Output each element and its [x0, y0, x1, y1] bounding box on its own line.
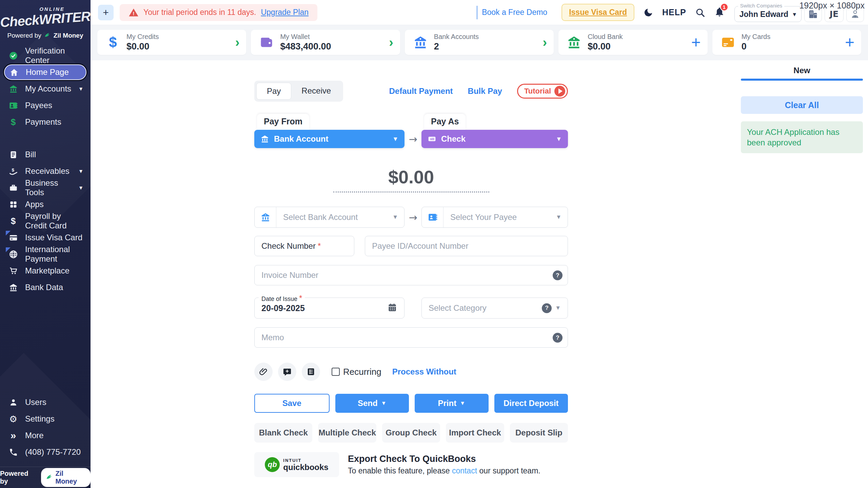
stats-band: $ My Credits$0.00 › My Wallet$483,400.00…	[91, 25, 868, 60]
help-question-icon[interactable]: ?	[553, 333, 563, 343]
comment-button[interactable]	[278, 363, 296, 381]
add-button[interactable]: +	[98, 5, 114, 20]
select-category-dropdown[interactable]: Select Category ? ▼	[421, 298, 568, 319]
pay-as-group: Pay As $ Check ▼	[421, 114, 568, 148]
chevron-down-icon: ▼	[392, 214, 398, 221]
memo-input[interactable]	[254, 327, 568, 348]
direct-deposit-button[interactable]: Direct Deposit	[494, 394, 568, 413]
multiple-check-button[interactable]: Multiple Check	[318, 423, 376, 443]
powered-by-label: Powered by	[0, 470, 37, 485]
resolution-badge: 1920px × 1080px	[799, 1, 865, 11]
sidebar-item-business-tools[interactable]: Business Tools ▾	[4, 180, 86, 196]
card-my-credits[interactable]: $ My Credits$0.00 ›	[97, 30, 246, 55]
dollar-icon: $	[8, 217, 18, 225]
hand-dollar-icon: $	[8, 167, 18, 176]
date-of-issue-input[interactable]: Date of Issue * 20-09-2025	[254, 298, 405, 319]
card-bank-accounts[interactable]: Bank Accounts2 ›	[405, 30, 554, 55]
contact-link[interactable]: contact	[452, 466, 477, 475]
chevron-right-icon[interactable]: ›	[389, 36, 393, 49]
plus-icon[interactable]: +	[845, 34, 854, 50]
dark-mode-moon-icon[interactable]	[643, 7, 653, 18]
select-bank-account-dropdown[interactable]: Select Bank Account ▼	[254, 207, 405, 228]
group-check-button[interactable]: Group Check	[382, 423, 440, 443]
arrow-right-icon: →	[405, 208, 421, 226]
upgrade-plan-link[interactable]: Upgrade Plan	[261, 8, 309, 17]
blank-check-button[interactable]: Blank Check	[254, 423, 312, 443]
pay-form: Pay Receive Default Payment Bulk Pay Tut…	[254, 60, 568, 477]
select-bank-placeholder: Select Bank Account	[283, 212, 358, 222]
deposit-slip-button[interactable]: Deposit Slip	[510, 423, 568, 443]
app-window: ONLINE CheckWRITER Powered by Zil Money …	[0, 0, 868, 488]
sidebar-item-apps[interactable]: Apps	[4, 197, 86, 212]
search-icon[interactable]	[695, 7, 705, 18]
default-payment-link[interactable]: Default Payment	[389, 86, 453, 96]
switch-companies-dropdown[interactable]: Switch Companies John Edward ▼	[734, 6, 802, 22]
building-icon	[808, 9, 818, 19]
zil-wing-icon	[44, 32, 51, 39]
process-without-link[interactable]: Process Without	[392, 367, 456, 377]
pay-as-dropdown[interactable]: $ Check ▼	[421, 130, 568, 148]
options-row: Recurring Process Without	[254, 363, 568, 381]
print-button[interactable]: Print▼	[415, 394, 489, 413]
card-cloud-bank[interactable]: Cloud Bank$0.00 +	[558, 30, 707, 55]
card-label: Cloud Bank	[588, 33, 623, 41]
sidebar-item-my-accounts[interactable]: My Accounts ▾	[4, 81, 86, 97]
chevron-right-icon[interactable]: ›	[543, 36, 547, 49]
recurring-checkbox[interactable]	[332, 368, 340, 376]
tutorial-button[interactable]: Tutorial	[517, 84, 568, 99]
check-number-input[interactable]: Check Number *	[254, 236, 354, 256]
card-my-wallet[interactable]: My Wallet$483,400.00 ›	[251, 30, 400, 55]
sidebar-item-users[interactable]: Users	[4, 394, 86, 410]
sidebar-item-marketplace[interactable]: Marketplace	[4, 263, 86, 279]
calendar-icon[interactable]	[387, 302, 397, 314]
tab-pay[interactable]: Pay	[256, 83, 291, 100]
plus-icon[interactable]: +	[691, 34, 701, 50]
chevron-right-icon[interactable]: ›	[235, 36, 240, 49]
date-category-row: Date of Issue * 20-09-2025 Select Catego…	[254, 298, 568, 319]
bulk-pay-link[interactable]: Bulk Pay	[468, 86, 502, 96]
save-button[interactable]: Save	[254, 394, 330, 413]
help-link[interactable]: HELP	[662, 7, 686, 17]
sidebar-item-payments[interactable]: $ Payments	[4, 114, 86, 130]
sidebar-item-bank-data[interactable]: Bank Data	[4, 280, 86, 295]
bank-icon	[565, 35, 583, 50]
payee-id-input[interactable]	[365, 236, 568, 256]
book-demo-link[interactable]: Book a Free Demo	[476, 6, 547, 19]
sidebar-item-payees[interactable]: Payees	[4, 98, 86, 113]
card-label: Bank Accounts	[434, 33, 479, 41]
sidebar-item-more[interactable]: » More	[4, 428, 86, 443]
amount-display[interactable]: $0.00	[254, 166, 568, 192]
required-asterisk: *	[318, 241, 321, 251]
help-question-icon[interactable]: ?	[542, 303, 552, 313]
zil-money-badge[interactable]: Zil Money	[41, 468, 91, 487]
pay-from-as-row: Pay From Bank Account ▼ → Pay As $ Check	[254, 114, 568, 148]
select-payee-dropdown[interactable]: Select Your Payee ▼	[421, 207, 568, 228]
sidebar-item-label: Business Tools	[25, 178, 73, 197]
import-check-button[interactable]: Import Check	[446, 423, 504, 443]
cart-icon	[8, 266, 18, 276]
tab-receive[interactable]: Receive	[291, 83, 341, 100]
ach-approved-alert: Your ACH Application has been approved	[741, 121, 863, 153]
issue-visa-card-link[interactable]: Issue Visa Card	[561, 4, 634, 21]
sidebar-item-international-payment[interactable]: International Payment	[4, 246, 86, 262]
ledger-button[interactable]	[302, 363, 320, 381]
sidebar-item-home-page[interactable]: Home Page	[4, 64, 86, 80]
sidebar-item-label: Marketplace	[25, 266, 70, 276]
sidebar-item-payroll-by-credit-card[interactable]: $ Payroll by Credit Card	[4, 213, 86, 229]
notifications-bell-icon[interactable]: 1	[714, 6, 725, 19]
pay-from-dropdown[interactable]: Bank Account ▼	[254, 130, 405, 148]
sidebar-item-phone[interactable]: (408) 775-7720	[4, 444, 86, 460]
help-question-icon[interactable]: ?	[553, 270, 563, 280]
card-my-cards[interactable]: My Cards0 +	[712, 30, 861, 55]
sidebar-item-label: Bill	[25, 150, 36, 159]
sidebar-item-issue-visa-card[interactable]: Issue Visa Card	[4, 230, 86, 245]
sidebar-item-settings[interactable]: ⚙ Settings	[4, 411, 86, 427]
clear-all-button[interactable]: Clear All	[741, 96, 863, 114]
tab-new[interactable]: New	[741, 66, 863, 79]
attachment-button[interactable]	[254, 363, 273, 381]
send-button[interactable]: Send▼	[335, 394, 409, 413]
sidebar-item-bill[interactable]: Bill	[4, 147, 86, 162]
sidebar-item-receivables[interactable]: $ Receivables ▾	[4, 163, 86, 179]
invoice-number-input[interactable]	[254, 265, 568, 285]
sidebar-item-verification-center[interactable]: Verification Center	[4, 48, 86, 63]
